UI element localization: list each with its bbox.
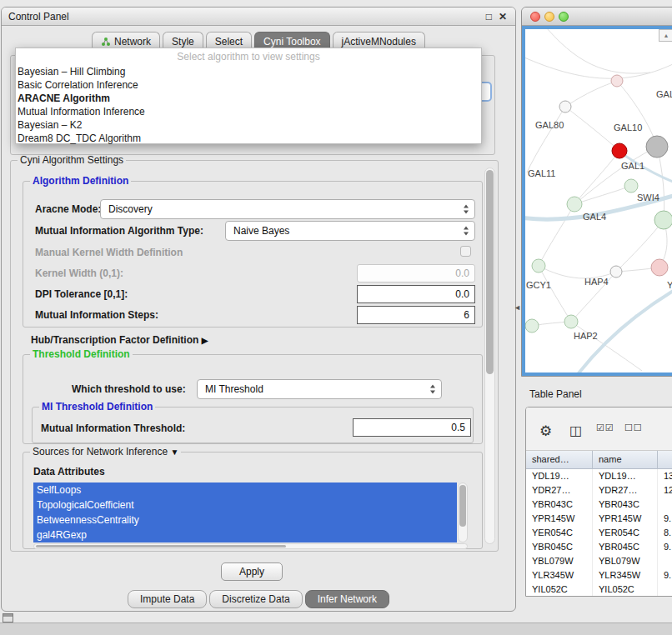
combo-stepper-icon: [464, 205, 469, 214]
combo-stepper-icon: [430, 385, 436, 394]
minimize-traffic-light[interactable]: [544, 12, 554, 22]
network-tab-icon: [101, 37, 111, 47]
table-row[interactable]: YIL052C YIL052C: [526, 582, 672, 597]
aracne-mode-select[interactable]: Discovery: [100, 199, 475, 219]
deselect-all-checkboxes-icon[interactable]: ☐☐: [624, 422, 643, 433]
attribute-item[interactable]: TopologicalCoefficient: [33, 498, 457, 512]
cell: YBR045C: [593, 540, 658, 554]
close-traffic-light[interactable]: [530, 12, 540, 22]
tab-infer-network[interactable]: Infer Network: [305, 590, 389, 608]
algorithm-option-selected[interactable]: ARACNE Algorithm: [16, 92, 481, 105]
mi-steps-field[interactable]: [357, 306, 475, 324]
network-node[interactable]: [559, 101, 571, 112]
zoom-traffic-light[interactable]: [559, 12, 569, 22]
mi-threshold-group-title: MI Threshold Definition: [39, 401, 155, 412]
kernel-width-field[interactable]: [357, 264, 475, 282]
attribute-item[interactable]: gal4RGexp: [33, 528, 457, 542]
attribute-list-scrollbar[interactable]: [458, 482, 468, 542]
table-row[interactable]: YER054C YER054C 8.: [526, 526, 672, 540]
algorithm-option[interactable]: Bayesian – Hill Climbing: [16, 65, 481, 78]
cell: YBR045C: [526, 540, 593, 554]
cell: YPR145W: [593, 512, 658, 526]
cell: 9.: [658, 512, 672, 526]
algorithm-option[interactable]: Basic Correlation Inference: [16, 78, 481, 92]
algorithm-option[interactable]: Bayesian – K2: [16, 118, 481, 132]
cell: YIL052C: [526, 582, 593, 597]
column-header-name[interactable]: name: [593, 451, 658, 469]
network-node[interactable]: [611, 75, 623, 87]
settings-scrollbar-thumb[interactable]: [486, 170, 494, 374]
mi-type-select[interactable]: Naive Bayes: [225, 221, 475, 241]
table-row[interactable]: YBL079W YBL079W: [526, 554, 672, 568]
algorithm-dropdown-popup: Select algorithm to view settings Bayesi…: [15, 48, 482, 144]
table-row[interactable]: YDR27… YDR27… 12: [526, 483, 672, 498]
attribute-item[interactable]: SelfLoops: [33, 482, 457, 498]
table-header-row: shared… name: [526, 451, 672, 469]
float-window-icon[interactable]: □: [486, 8, 492, 26]
hub-section-label: Hub/Transcription Factor Definition: [31, 334, 198, 346]
select-all-checkboxes-icon[interactable]: ☑☑: [596, 422, 614, 433]
table-row[interactable]: YBR043C YBR043C: [526, 498, 672, 512]
scrollbar-up-icon[interactable]: ▲: [659, 29, 672, 42]
cell: [658, 498, 672, 512]
cell: 8.: [658, 526, 672, 540]
control-panel-title: Control Panel: [8, 11, 69, 22]
attribute-item[interactable]: BetweennessCentrality: [33, 512, 457, 528]
algorithm-placeholder: Select algorithm to view settings: [16, 50, 481, 65]
network-node[interactable]: [651, 259, 668, 276]
close-window-icon[interactable]: ✕: [499, 8, 507, 26]
algorithm-option[interactable]: Mutual Information Inference: [16, 105, 481, 118]
network-node-label: GAL4: [583, 212, 606, 222]
tab-discretize-data[interactable]: Discretize Data: [209, 590, 302, 608]
bottom-status-bar: [0, 622, 672, 635]
network-canvas[interactable]: GAL GAL80 GAL10 GAL11 GAL1 SWI4 GAL4 GCY…: [525, 29, 672, 374]
manual-kernel-checkbox[interactable]: [460, 246, 471, 257]
threshold-definition-group: Threshold Definition Which threshold to …: [23, 354, 483, 444]
cell: YIL052C: [593, 582, 658, 597]
sources-toggle[interactable]: Sources for Network Inference ▼: [30, 446, 181, 458]
attribute-list-hscrollbar[interactable]: [33, 543, 468, 549]
network-node[interactable]: [610, 266, 622, 278]
settings-scrollbar[interactable]: [484, 168, 495, 544]
cell: YBL079W: [526, 554, 593, 568]
table-row[interactable]: YLR345W YLR345W 9.: [526, 568, 672, 582]
column-header-shared-name[interactable]: shared…: [526, 451, 593, 469]
mi-type-value: Naive Bayes: [233, 225, 289, 237]
algorithm-option[interactable]: Dream8 DC_TDC Algorithm: [16, 132, 481, 145]
table-row[interactable]: YBR045C YBR045C 9.: [526, 540, 672, 554]
column-chooser-icon[interactable]: ◫: [569, 422, 582, 438]
network-node-label: HAP4: [584, 277, 609, 287]
tab-impute-data[interactable]: Impute Data: [128, 590, 207, 608]
which-threshold-select[interactable]: MI Threshold: [197, 379, 442, 399]
table-row[interactable]: YPR145W YPR145W 9.: [526, 512, 672, 526]
network-node[interactable]: [624, 179, 638, 192]
gear-icon[interactable]: ⚙: [539, 422, 552, 440]
column-header-partial[interactable]: [658, 451, 672, 469]
table-panel-window: ⚙ ◫ ☑☑ ☐☐ shared… name YDL19… YDL19… 13 …: [525, 407, 672, 597]
kernel-width-label: Kernel Width (0,1):: [35, 266, 123, 281]
network-node[interactable]: [654, 211, 672, 229]
network-node[interactable]: [525, 319, 539, 332]
mi-type-label: Mutual Information Algorithm Type:: [35, 223, 203, 238]
cyni-algorithm-settings-title: Cyni Algorithm Settings: [18, 154, 126, 166]
network-node[interactable]: [646, 136, 668, 158]
attribute-list-hscrollbar-thumb[interactable]: [36, 545, 286, 548]
table-row[interactable]: YDL19… YDL19… 13: [526, 469, 672, 483]
network-node[interactable]: [612, 143, 627, 158]
network-node[interactable]: [564, 315, 578, 328]
network-node[interactable]: [532, 259, 545, 272]
splitter-collapse-icon[interactable]: ◄: [514, 303, 521, 312]
minimized-window-icon[interactable]: [3, 613, 13, 622]
apply-button[interactable]: Apply: [221, 562, 283, 581]
manual-kernel-label: Manual Kernel Width Definition: [35, 245, 183, 260]
dpi-tolerance-field[interactable]: [357, 285, 475, 303]
mi-threshold-field[interactable]: [353, 418, 471, 437]
hub-section-toggle[interactable]: Hub/Transcription Factor Definition ▶: [31, 332, 208, 348]
attribute-list-scrollbar-thumb[interactable]: [459, 485, 466, 527]
which-threshold-label: Which threshold to use:: [72, 382, 186, 397]
algorithm-definition-group: Algorithm Definition Aracne Mode: Discov…: [23, 181, 483, 328]
cell: YDL19…: [593, 469, 658, 483]
network-node[interactable]: [567, 197, 582, 212]
mi-threshold-label: Mutual Information Threshold:: [41, 421, 185, 436]
cell: [658, 582, 672, 597]
